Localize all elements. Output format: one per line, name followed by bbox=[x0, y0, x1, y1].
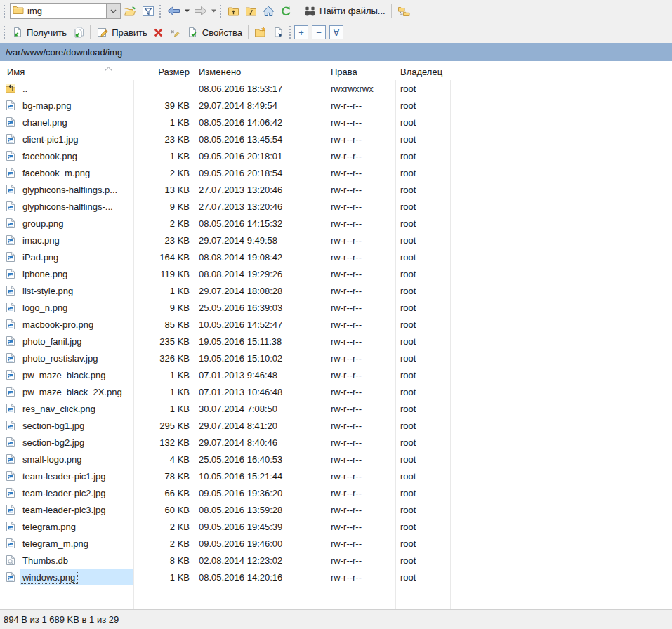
file-name-cell[interactable]: client-pic1.jpg bbox=[0, 131, 133, 147]
forward-button[interactable] bbox=[191, 4, 210, 18]
rename-button[interactable] bbox=[166, 25, 184, 40]
home-directory-button[interactable] bbox=[260, 4, 277, 19]
file-name-cell[interactable]: photo_fanil.jpg bbox=[0, 333, 133, 350]
table-row[interactable]: photo_rostislav.jpg326 KB19.05.2016 15:1… bbox=[0, 350, 672, 366]
table-row[interactable]: windows.png1 KB08.05.2016 14:20:16rw-r--… bbox=[0, 569, 672, 585]
image-file-icon bbox=[5, 150, 16, 161]
open-directory-button[interactable] bbox=[121, 4, 139, 19]
column-header-rights[interactable]: Права bbox=[327, 67, 395, 80]
table-row[interactable]: bg-map.png39 KB29.07.2014 8:49:54rw-r--r… bbox=[0, 97, 672, 114]
edit-button[interactable]: Править bbox=[93, 25, 150, 40]
table-row[interactable]: photo_fanil.jpg235 KB19.05.2016 15:11:38… bbox=[0, 333, 672, 350]
file-name-cell[interactable]: photo_rostislav.jpg bbox=[0, 350, 133, 366]
table-row[interactable]: small-logo.png4 KB25.05.2016 16:40:53rw-… bbox=[0, 451, 672, 468]
table-row[interactable]: facebook.png1 KB09.05.2016 20:18:01rw-r-… bbox=[0, 147, 672, 164]
root-directory-button[interactable] bbox=[242, 4, 260, 19]
table-row[interactable]: telegram_m.png2 KB09.05.2016 19:46:00rw-… bbox=[0, 535, 672, 552]
column-header-size[interactable]: Размер bbox=[133, 67, 195, 80]
file-name-cell[interactable]: pw_maze_black.png bbox=[0, 366, 133, 383]
table-row[interactable]: res_nav_click.png1 KB30.07.2014 7:08:50r… bbox=[0, 400, 672, 417]
table-row[interactable]: macbook-pro.png85 KB10.05.2016 14:52:47r… bbox=[0, 316, 672, 333]
table-row[interactable]: chanel.png1 KB08.05.2016 14:06:42rw-r--r… bbox=[0, 114, 672, 131]
file-name-cell[interactable]: team-leader-pic3.jpg bbox=[0, 501, 133, 518]
back-button[interactable] bbox=[164, 4, 183, 18]
table-row[interactable]: logo_n.png9 KB25.05.2016 16:39:03rw-r--r… bbox=[0, 299, 672, 316]
column-header-name[interactable]: Имя bbox=[0, 67, 133, 80]
table-row[interactable]: list-style.png1 KB29.07.2014 18:08:28rw-… bbox=[0, 282, 672, 299]
synchronize-browsing-button[interactable] bbox=[395, 4, 413, 19]
file-name-cell[interactable]: section-bg2.jpg bbox=[0, 434, 133, 451]
table-row[interactable]: iphone.png119 KB08.08.2014 19:29:26rw-r-… bbox=[0, 265, 672, 282]
select-files-button[interactable]: + bbox=[294, 25, 308, 39]
column-header-modified[interactable]: Изменено bbox=[195, 67, 327, 80]
invert-selection-button[interactable]: ∀ bbox=[329, 25, 343, 39]
table-row[interactable]: iPad.png164 KB08.08.2014 19:08:42rw-r--r… bbox=[0, 249, 672, 265]
table-row[interactable]: imac.png23 KB29.07.2014 9:49:58rw-r--r--… bbox=[0, 232, 672, 249]
table-row[interactable]: telegram.png2 KB09.05.2016 19:45:39rw-r-… bbox=[0, 518, 672, 535]
table-row[interactable]: ..08.06.2016 18:53:17rwxrwxrwxroot bbox=[0, 80, 672, 97]
file-name-cell[interactable]: glyphicons-halflings-... bbox=[0, 198, 133, 215]
table-row[interactable]: facebook_m.png2 KB09.05.2016 20:18:54rw-… bbox=[0, 164, 672, 181]
file-name-cell[interactable]: bg-map.png bbox=[0, 97, 133, 114]
table-row[interactable]: team-leader-pic3.jpg60 KB08.05.2016 13:5… bbox=[0, 501, 672, 518]
file-name-cell[interactable]: section-bg1.jpg bbox=[0, 417, 133, 434]
toolbar-gripper[interactable] bbox=[159, 5, 162, 18]
table-row[interactable]: pw_maze_black_2X.png1 KB07.01.2013 10:46… bbox=[0, 383, 672, 400]
toolbar-gripper[interactable] bbox=[3, 26, 6, 39]
file-name-cell[interactable]: group.png bbox=[0, 215, 133, 232]
toolbar-gripper[interactable] bbox=[219, 5, 222, 18]
forward-history-dropdown[interactable] bbox=[210, 7, 218, 15]
file-name-cell[interactable]: small-logo.png bbox=[0, 451, 133, 468]
back-history-dropdown[interactable] bbox=[183, 7, 191, 15]
table-row[interactable]: team-leader-pic2.jpg66 KB09.05.2016 19:3… bbox=[0, 484, 672, 501]
file-size: 1 KB bbox=[133, 383, 195, 400]
file-name-cell[interactable]: windows.png bbox=[0, 569, 133, 585]
new-folder-button[interactable] bbox=[251, 25, 270, 40]
table-row[interactable]: pw_maze_black.png1 KB07.01.2013 9:46:48r… bbox=[0, 366, 672, 383]
table-row[interactable]: team-leader-pic1.jpg78 KB10.05.2016 15:2… bbox=[0, 468, 672, 484]
table-row[interactable]: section-bg2.jpg132 KB29.07.2014 8:40:46r… bbox=[0, 434, 672, 451]
file-name-cell[interactable]: iPad.png bbox=[0, 249, 133, 265]
table-row[interactable]: Thumbs.db8 KB02.08.2014 12:23:02rw-r--r-… bbox=[0, 552, 672, 569]
file-name-cell[interactable]: imac.png bbox=[0, 232, 133, 249]
file-name-cell[interactable]: macbook-pro.png bbox=[0, 316, 133, 333]
file-name-cell[interactable]: iphone.png bbox=[0, 265, 133, 282]
filter-button[interactable] bbox=[139, 4, 157, 19]
file-name-cell[interactable]: chanel.png bbox=[0, 114, 133, 131]
column-header-owner[interactable]: Владелец bbox=[395, 67, 450, 80]
unselect-files-button[interactable]: − bbox=[312, 25, 326, 39]
table-row[interactable]: glyphicons-halflings-...9 KB27.07.2013 1… bbox=[0, 198, 672, 215]
table-row[interactable]: group.png2 KB08.05.2016 14:15:32rw-r--r-… bbox=[0, 215, 672, 232]
combobox-dropdown-button[interactable] bbox=[106, 4, 120, 18]
refresh-button[interactable] bbox=[277, 4, 295, 19]
new-file-button[interactable] bbox=[270, 25, 287, 40]
file-name-cell[interactable]: res_nav_click.png bbox=[0, 400, 133, 417]
find-files-button[interactable]: Найти файлы... bbox=[301, 4, 388, 19]
file-rights: rw-r--r-- bbox=[327, 131, 395, 147]
file-name-cell[interactable]: .. bbox=[0, 80, 133, 97]
file-name-cell[interactable]: glyphicons-halflings.p... bbox=[0, 181, 133, 198]
delete-button[interactable] bbox=[150, 25, 166, 40]
table-row[interactable]: section-bg1.jpg295 KB29.07.2014 8:41:20r… bbox=[0, 417, 672, 434]
file-name-cell[interactable]: pw_maze_black_2X.png bbox=[0, 383, 133, 400]
file-name-cell[interactable]: Thumbs.db bbox=[0, 552, 133, 569]
file-name-cell[interactable]: telegram.png bbox=[0, 518, 133, 535]
file-name-cell[interactable]: list-style.png bbox=[0, 282, 133, 299]
parent-directory-button[interactable] bbox=[225, 4, 242, 19]
table-row[interactable]: client-pic1.jpg23 KB08.05.2016 13:45:54r… bbox=[0, 131, 672, 147]
download-button[interactable]: Получить bbox=[8, 25, 70, 40]
path-bar[interactable]: /var/www/core/download/img bbox=[0, 43, 672, 61]
file-name-cell[interactable]: team-leader-pic2.jpg bbox=[0, 484, 133, 501]
properties-button[interactable]: Свойства bbox=[184, 25, 245, 40]
file-name-cell[interactable]: telegram_m.png bbox=[0, 535, 133, 552]
directory-combobox[interactable]: img bbox=[10, 3, 121, 19]
file-name-cell[interactable]: facebook_m.png bbox=[0, 164, 133, 181]
file-name-cell[interactable]: facebook.png bbox=[0, 147, 133, 164]
refresh-icon bbox=[280, 6, 292, 17]
file-name-cell[interactable]: logo_n.png bbox=[0, 299, 133, 316]
file-name-cell[interactable]: team-leader-pic1.jpg bbox=[0, 468, 133, 484]
download-in-background-button[interactable] bbox=[70, 25, 87, 40]
toolbar-gripper[interactable] bbox=[3, 5, 6, 18]
table-row[interactable]: glyphicons-halflings.p...13 KB27.07.2013… bbox=[0, 181, 672, 198]
toolbar-gripper[interactable] bbox=[289, 26, 291, 39]
